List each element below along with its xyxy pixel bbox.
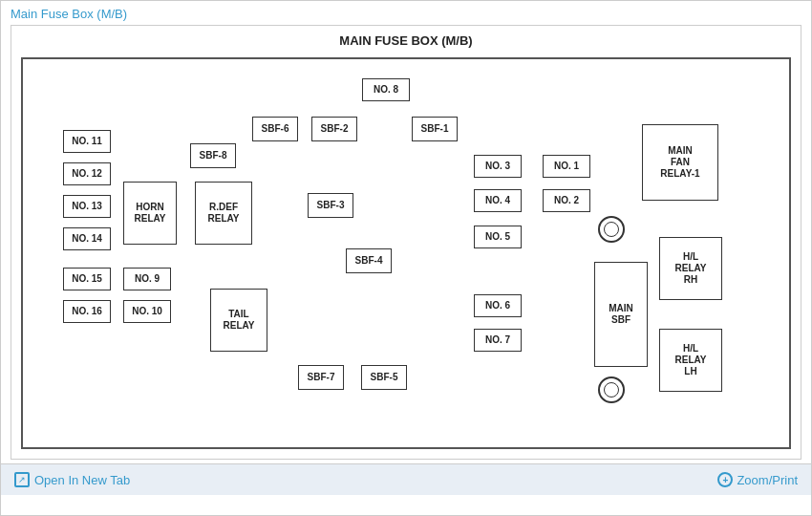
- fuse-no5: NO. 5: [474, 226, 522, 248]
- screw-bottom: [598, 376, 625, 403]
- fuse-no6: NO. 6: [474, 294, 522, 317]
- fuse-no16: NO. 16: [63, 300, 111, 323]
- fuse-sbf6: SBF-6: [252, 117, 298, 141]
- open-tab-icon: ↗: [14, 472, 30, 487]
- fuse-no2: NO. 2: [543, 189, 590, 212]
- page-container: Main Fuse Box (M/B) MAIN FUSE BOX (M/B) …: [0, 0, 812, 516]
- page-title: Main Fuse Box (M/B): [1, 1, 811, 25]
- zoom-icon: +: [717, 472, 733, 487]
- footer-bar: ↗ Open In New Tab + Zoom/Print: [1, 463, 811, 495]
- fuse-main-sbf: MAIN SBF: [594, 262, 648, 367]
- relay-main-fan: MAIN FAN RELAY-1: [642, 124, 718, 201]
- screw-top: [598, 216, 625, 243]
- fuse-sbf2: SBF-2: [311, 117, 357, 141]
- fuse-no13: NO. 13: [63, 195, 111, 218]
- relay-hl-rh: H/L RELAY RH: [659, 237, 722, 300]
- diagram-title: MAIN FUSE BOX (M/B): [11, 26, 801, 54]
- fuse-sbf4: SBF-4: [346, 248, 392, 273]
- relay-rdef: R.DEF RELAY: [195, 182, 252, 245]
- fuse-no14: NO. 14: [63, 227, 111, 250]
- fuse-no9: NO. 9: [123, 268, 171, 290]
- fuse-sbf1: SBF-1: [412, 117, 458, 141]
- fuse-no1: NO. 1: [543, 155, 590, 178]
- relay-horn: HORN RELAY: [123, 182, 177, 245]
- fuse-no3: NO. 3: [474, 155, 522, 178]
- fuse-no15: NO. 15: [63, 268, 111, 290]
- fuse-sbf3: SBF-3: [308, 193, 353, 218]
- relay-hl-lh: H/L RELAY LH: [659, 329, 722, 392]
- relay-tail: TAIL RELAY: [210, 289, 267, 352]
- open-in-new-tab-button[interactable]: ↗ Open In New Tab: [14, 472, 130, 487]
- fuse-sbf8: SBF-8: [190, 143, 236, 168]
- diagram-outer: MAIN FUSE BOX (M/B) NO. 8 SBF-6 SBF-2 SB…: [11, 25, 801, 460]
- fuse-no8: NO. 8: [362, 78, 410, 101]
- zoom-print-button[interactable]: + Zoom/Print: [717, 472, 798, 487]
- fuse-sbf7: SBF-7: [298, 365, 344, 390]
- fuse-no7: NO. 7: [474, 329, 522, 352]
- diagram-inner: NO. 8 SBF-6 SBF-2 SBF-1 SBF-8 NO. 11: [21, 57, 791, 449]
- fuse-no10: NO. 10: [123, 300, 171, 323]
- fuse-no4: NO. 4: [474, 189, 522, 212]
- fuse-no12: NO. 12: [63, 162, 111, 185]
- fuse-no11: NO. 11: [63, 130, 111, 153]
- fuse-sbf5: SBF-5: [361, 365, 407, 390]
